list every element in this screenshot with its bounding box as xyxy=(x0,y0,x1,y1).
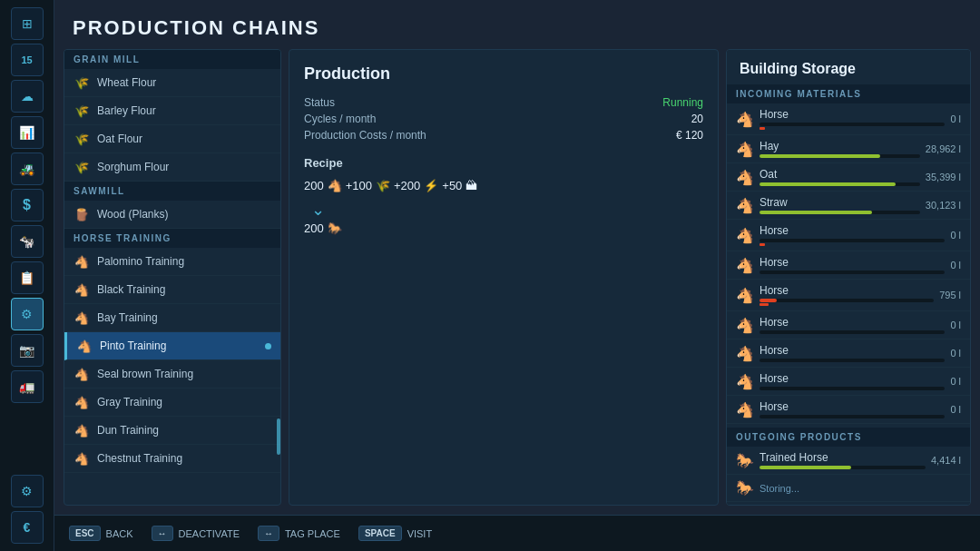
trained-horse-info: Trained Horse xyxy=(760,451,926,469)
chain-black-training[interactable]: 🐴 Black Training xyxy=(64,276,280,304)
recipe-plus2: +200 xyxy=(394,179,420,192)
incoming-header: INCOMING MATERIALS xyxy=(727,84,970,103)
chain-pinto-training[interactable]: 🐴 Pinto Training xyxy=(64,332,280,360)
tag-place-label: TAG PLACE xyxy=(285,528,340,539)
storing-info: Storing... xyxy=(760,483,961,494)
sidebar-icon-farmtractor[interactable]: 🚛 xyxy=(11,370,44,403)
storage-item-horse-1: 🐴 Horse 0 l xyxy=(727,103,970,135)
key-esc[interactable]: ESC BACK xyxy=(69,526,133,541)
horse-4-info: Horse xyxy=(760,284,934,306)
sidebar-icon-settings[interactable]: ⚙ xyxy=(11,475,44,507)
key-tag-place[interactable]: ↔ TAG PLACE xyxy=(258,526,340,541)
stat-costs-label: Production Costs / month xyxy=(304,129,426,142)
horse-7-info: Horse xyxy=(760,372,945,390)
horse-6-icon: 🐴 xyxy=(736,345,754,362)
storage-item-horse-2: 🐴 Horse 0 l xyxy=(727,220,970,251)
tag-place-key[interactable]: ↔ xyxy=(258,526,279,541)
horse-3-info: Horse xyxy=(760,256,945,274)
chains-panel: GRAIN MILL 🌾 Wheat Flour 🌾 Barley Flour … xyxy=(64,49,281,506)
storage-item-trained-horse: 🐎 Trained Horse 4,414 l xyxy=(727,447,970,475)
storage-item-horse-3: 🐴 Horse 0 l xyxy=(727,251,970,280)
chain-oat-flour[interactable]: 🌾 Oat Flour xyxy=(64,125,280,153)
deactivate-label: DEACTIVATE xyxy=(179,528,240,539)
recipe-arrow-down: ⌄ xyxy=(311,200,696,220)
chain-palomino-training[interactable]: 🐴 Palomino Training xyxy=(64,248,280,276)
visit-label: VISIT xyxy=(407,528,433,539)
chain-bay-training[interactable]: 🐴 Bay Training xyxy=(64,304,280,332)
production-panel: Production Status Running Cycles / month… xyxy=(289,49,719,506)
recipe-inputs: 200 🐴 +100 🌾 +200 ⚡ +50 🏔 xyxy=(304,179,703,192)
production-stats: Status Running Cycles / month 20 Product… xyxy=(304,96,703,142)
section-sawmill: SAWMILL xyxy=(64,182,280,201)
hay-info: Hay xyxy=(760,140,920,158)
storage-item-straw: 🐴 Straw 30,123 l xyxy=(727,192,970,220)
esc-label: BACK xyxy=(106,528,133,539)
esc-key[interactable]: ESC xyxy=(69,526,101,541)
stat-status: Status Running xyxy=(304,96,703,109)
sidebar-icon-tractor[interactable]: 🚜 xyxy=(11,153,44,185)
chain-gray-training[interactable]: 🐴 Gray Training xyxy=(64,389,280,417)
visit-key[interactable]: SPACE xyxy=(358,526,402,541)
oat-icon: 🐴 xyxy=(736,169,754,186)
recipe-output: 200 🐎 xyxy=(304,221,703,235)
horse-1-icon: 🐴 xyxy=(736,111,754,128)
storage-panel: Building Storage INCOMING MATERIALS 🐴 Ho… xyxy=(726,49,971,506)
sidebar-icon-animals[interactable]: 🐄 xyxy=(11,225,44,258)
chain-barley-flour[interactable]: 🌾 Barley Flour xyxy=(64,97,280,125)
wood-planks-icon: 🪵 xyxy=(74,206,90,222)
sidebar-icon-production[interactable]: ⚙ xyxy=(11,298,44,330)
recipe-plus1: +100 xyxy=(346,179,372,192)
storage-item-storing: 🐎 Storing... xyxy=(727,475,970,502)
horse-2-info: Horse xyxy=(760,224,945,246)
stat-status-value: Running xyxy=(662,96,703,109)
stat-cycles: Cycles / month 20 xyxy=(304,113,703,125)
horse-2-icon: 🐴 xyxy=(736,227,754,244)
storage-item-horse-6: 🐴 Horse 0 l xyxy=(727,339,970,368)
incoming-section: INCOMING MATERIALS 🐴 Horse 0 l 🐴 Hay xyxy=(727,84,970,424)
sidebar-icon-money[interactable]: $ xyxy=(11,189,44,221)
straw-icon: 🐴 xyxy=(736,197,754,214)
section-horse-training: HORSE TRAINING xyxy=(64,229,280,248)
trained-horse-icon: 🐎 xyxy=(736,452,754,469)
storage-title: Building Storage xyxy=(727,50,970,84)
content-area: GRAIN MILL 🌾 Wheat Flour 🌾 Barley Flour … xyxy=(54,49,980,515)
key-deactivate[interactable]: ↔ DEACTIVATE xyxy=(152,526,240,541)
chain-chestnut-training[interactable]: 🐴 Chestnut Training xyxy=(64,445,280,473)
sidebar-icon-stats[interactable]: 📊 xyxy=(11,116,44,149)
storage-item-horse-7: 🐴 Horse 0 l xyxy=(727,368,970,396)
palomino-training-icon: 🐴 xyxy=(74,253,90,270)
sorghum-flour-icon: 🌾 xyxy=(74,159,90,175)
storage-item-horse-5: 🐴 Horse 0 l xyxy=(727,311,970,339)
storage-item-oat: 🐴 Oat 35,399 l xyxy=(727,163,970,192)
deactivate-key[interactable]: ↔ xyxy=(152,526,173,541)
sidebar-icon-15[interactable]: 15 xyxy=(11,44,44,76)
pinto-training-icon: 🐴 xyxy=(76,338,93,354)
storing-icon: 🐎 xyxy=(736,479,754,497)
key-visit[interactable]: SPACE VISIT xyxy=(358,526,432,541)
sidebar-icon-euro[interactable]: € xyxy=(11,511,44,544)
chain-sorghum-flour[interactable]: 🌾 Sorghum Flour xyxy=(64,153,280,182)
recipe-plus3: +50 xyxy=(442,179,462,192)
black-training-icon: 🐴 xyxy=(74,281,90,298)
chain-dun-training[interactable]: 🐴 Dun Training xyxy=(64,417,280,445)
horse-6-info: Horse xyxy=(760,344,945,362)
sidebar-icon-map[interactable]: ⊞ xyxy=(11,7,44,40)
storage-item-horse-8: 🐴 Horse 0 l xyxy=(727,396,970,424)
sidebar-icon-weather[interactable]: ☁ xyxy=(11,80,44,113)
recipe-output-num: 200 xyxy=(304,221,324,235)
recipe-num1: 200 xyxy=(304,179,324,192)
main-content: PRODUCTION CHAINS GRAIN MILL 🌾 Wheat Flo… xyxy=(54,0,980,515)
bottom-bar: ESC BACK ↔ DEACTIVATE ↔ TAG PLACE SPACE … xyxy=(54,515,980,551)
straw-info: Straw xyxy=(760,196,920,214)
chain-seal-brown-training[interactable]: 🐴 Seal brown Training xyxy=(64,360,280,389)
outgoing-section: OUTGOING PRODUCTS 🐎 Trained Horse 4,414 … xyxy=(727,428,970,502)
recipe-title: Recipe xyxy=(304,156,703,170)
recipe-output-icon: 🐎 xyxy=(328,221,342,235)
chain-wheat-flour[interactable]: 🌾 Wheat Flour xyxy=(64,69,280,97)
storage-item-hay: 🐴 Hay 28,962 l xyxy=(727,135,970,163)
sidebar-icon-camera[interactable]: 📷 xyxy=(11,334,44,367)
storage-item-horse-4: 🐴 Horse 795 l xyxy=(727,280,970,311)
chain-wood-planks[interactable]: 🪵 Wood (Planks) xyxy=(64,201,280,229)
horse-8-icon: 🐴 xyxy=(736,401,754,418)
sidebar-icon-book[interactable]: 📋 xyxy=(11,261,44,294)
